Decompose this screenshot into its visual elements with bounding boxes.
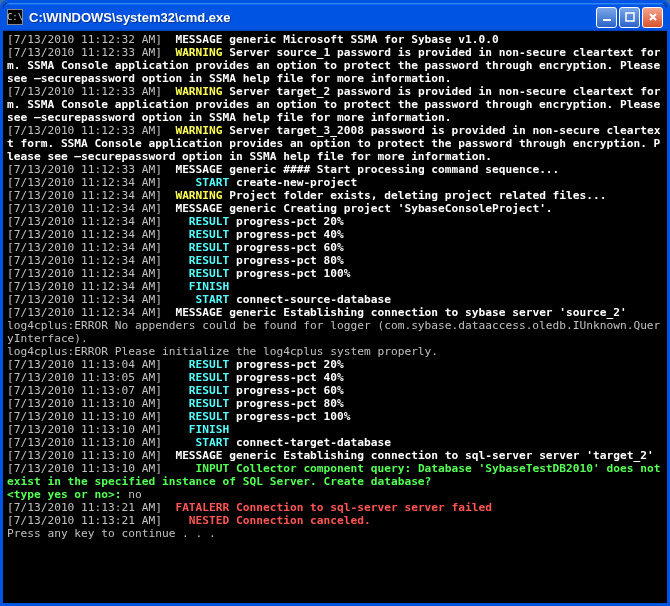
console-output[interactable]: [7/13/2010 11:12:32 AM] MESSAGE generic … xyxy=(3,31,667,603)
titlebar[interactable]: C:\ C:\WINDOWS\system32\cmd.exe xyxy=(3,3,667,31)
console-line: [7/13/2010 11:12:34 AM] MESSAGE generic … xyxy=(7,306,663,319)
console-line: [7/13/2010 11:12:34 AM] RESULT progress-… xyxy=(7,254,663,267)
console-line: [7/13/2010 11:12:34 AM] FINISH xyxy=(7,280,663,293)
console-line: [7/13/2010 11:13:10 AM] INPUT Collector … xyxy=(7,462,663,488)
console-line: [7/13/2010 11:13:10 AM] RESULT progress-… xyxy=(7,397,663,410)
console-line: [7/13/2010 11:13:21 AM] NESTED Connectio… xyxy=(7,514,663,527)
close-button[interactable] xyxy=(642,7,663,28)
console-line: [7/13/2010 11:12:34 AM] RESULT progress-… xyxy=(7,241,663,254)
console-line: [7/13/2010 11:12:33 AM] MESSAGE generic … xyxy=(7,163,663,176)
minimize-icon xyxy=(601,11,613,23)
console-line: [7/13/2010 11:13:10 AM] START connect-ta… xyxy=(7,436,663,449)
console-line: [7/13/2010 11:13:10 AM] MESSAGE generic … xyxy=(7,449,663,462)
maximize-icon xyxy=(624,11,636,23)
console-line: [7/13/2010 11:12:34 AM] START connect-so… xyxy=(7,293,663,306)
minimize-button[interactable] xyxy=(596,7,617,28)
console-line: [7/13/2010 11:12:32 AM] MESSAGE generic … xyxy=(7,33,663,46)
console-line: [7/13/2010 11:12:33 AM] WARNING Server s… xyxy=(7,46,663,85)
console-line: Press any key to continue . . . xyxy=(7,527,663,540)
console-line: [7/13/2010 11:13:10 AM] RESULT progress-… xyxy=(7,410,663,423)
console-line: [7/13/2010 11:12:33 AM] WARNING Server t… xyxy=(7,85,663,124)
console-line: [7/13/2010 11:12:34 AM] MESSAGE generic … xyxy=(7,202,663,215)
cmd-icon: C:\ xyxy=(7,9,23,25)
console-line: [7/13/2010 11:12:34 AM] WARNING Project … xyxy=(7,189,663,202)
console-line: <type yes or no>: no xyxy=(7,488,663,501)
console-line: [7/13/2010 11:12:34 AM] START create-new… xyxy=(7,176,663,189)
titlebar-buttons xyxy=(596,7,663,28)
svg-rect-0 xyxy=(603,19,611,21)
close-icon xyxy=(647,11,659,23)
maximize-button[interactable] xyxy=(619,7,640,28)
console-line: [7/13/2010 11:13:10 AM] FINISH xyxy=(7,423,663,436)
console-line: [7/13/2010 11:12:34 AM] RESULT progress-… xyxy=(7,267,663,280)
console-line: log4cplus:ERROR No appenders could be fo… xyxy=(7,319,663,345)
console-line: [7/13/2010 11:12:34 AM] RESULT progress-… xyxy=(7,228,663,241)
console-line: [7/13/2010 11:13:04 AM] RESULT progress-… xyxy=(7,358,663,371)
console-line: log4cplus:ERROR Please initialize the lo… xyxy=(7,345,663,358)
console-line: [7/13/2010 11:13:21 AM] FATALERR Connect… xyxy=(7,501,663,514)
console-line: [7/13/2010 11:12:33 AM] WARNING Server t… xyxy=(7,124,663,163)
console-line: [7/13/2010 11:13:05 AM] RESULT progress-… xyxy=(7,371,663,384)
console-line: [7/13/2010 11:13:07 AM] RESULT progress-… xyxy=(7,384,663,397)
console-line: [7/13/2010 11:12:34 AM] RESULT progress-… xyxy=(7,215,663,228)
cmd-window: C:\ C:\WINDOWS\system32\cmd.exe [7/13/20… xyxy=(0,0,670,606)
window-title: C:\WINDOWS\system32\cmd.exe xyxy=(29,10,596,25)
svg-rect-1 xyxy=(626,13,634,21)
